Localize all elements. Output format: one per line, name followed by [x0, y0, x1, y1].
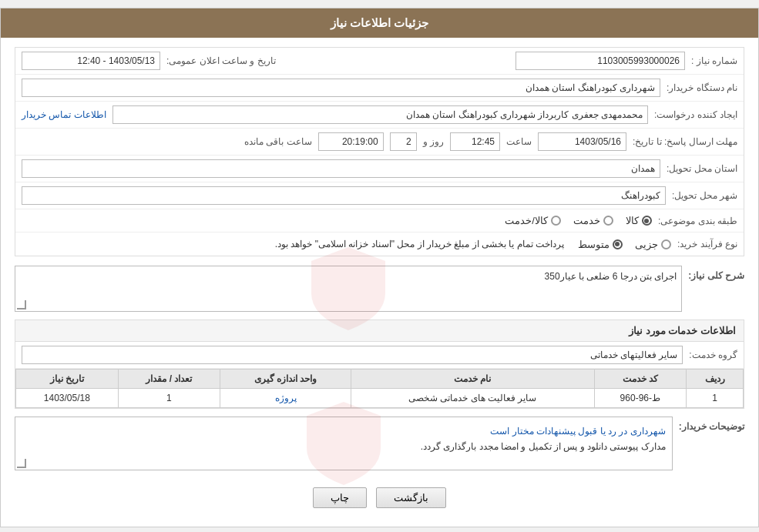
radio-kala-icon — [642, 216, 652, 226]
category-kala: کالا — [626, 215, 652, 226]
deadline-days-field: 2 — [390, 132, 417, 151]
need-desc-field: ATA اجرای بتن درجا 6 ضلعی با عیار350 — [15, 266, 682, 312]
col-row-num: ردیف — [687, 370, 744, 389]
category-label: طبقه بندی موضوعی: — [658, 216, 737, 226]
buyer-desc-label: توضیحات خریدار: — [679, 417, 744, 432]
col-need-date: تاریخ نیاز — [16, 370, 119, 389]
deadline-days-value: 2 — [406, 136, 411, 147]
service-group-value: سایر فعالیتهای خدماتی — [590, 350, 678, 360]
deadline-row: مهلت ارسال پاسخ: تا تاریخ: 1403/05/16 سا… — [15, 129, 744, 156]
creator-label: ایجاد کننده درخواست: — [654, 109, 737, 120]
announcement-label: تاریخ و ساعت اعلان عمومی: — [166, 55, 276, 66]
buyer-org-row: نام دستگاه خریدار: شهرداری کبودراهنگ است… — [15, 75, 744, 102]
deadline-remaining-label: ساعت باقی مانده — [244, 136, 312, 147]
print-button[interactable]: چاپ — [313, 487, 367, 508]
deadline-remaining-field: 20:19:00 — [318, 132, 384, 151]
deadline-time-value: 12:45 — [472, 136, 495, 147]
province-label: استان محل تحویل: — [667, 163, 737, 174]
deadline-time-field: 12:45 — [450, 132, 500, 151]
service-group-label: گروه خدمت: — [689, 350, 737, 360]
category-both: کالا/خدمت — [505, 215, 561, 226]
cell-service-name: سایر فعالیت های خدماتی شخصی — [351, 389, 595, 408]
page-title: جزئیات اطلاعات نیاز — [331, 16, 428, 29]
creator-row: ایجاد کننده درخواست: محمدمهدی جعفری کارب… — [15, 102, 744, 129]
process-description: پرداخت تمام یا بخشی از مبلغ خریدار از مح… — [275, 239, 564, 249]
city-field: کبودراهنگ — [22, 186, 666, 205]
province-field: همدان — [22, 159, 660, 178]
process-motavasset: متوسط — [578, 239, 623, 250]
main-container: جزئیات اطلاعات نیاز شماره نیاز : 1103005… — [0, 8, 759, 527]
need-desc-label: شرح کلی نیاز: — [688, 266, 744, 281]
deadline-label: مهلت ارسال پاسخ: تا تاریخ: — [633, 136, 737, 147]
services-section-title: اطلاعات خدمات مورد نیاز — [15, 320, 744, 341]
radio-jozi-icon — [661, 239, 671, 249]
need-number-field: 1103005993000026 — [516, 52, 685, 70]
back-button[interactable]: بازگشت — [376, 487, 446, 508]
deadline-date-value: 1403/05/16 — [575, 136, 621, 147]
city-label: شهر محل تحویل: — [672, 190, 737, 201]
col-service-code: کد خدمت — [594, 370, 686, 389]
radio-motavasset-icon — [613, 239, 623, 249]
cell-row-num: 1 — [687, 389, 744, 408]
city-row: شهر محل تحویل: کبودراهنگ — [15, 182, 744, 209]
service-group-row: گروه خدمت: سایر فعالیتهای خدماتی — [15, 342, 744, 369]
buyer-org-label: نام دستگاه خریدار: — [667, 82, 737, 93]
category-kala-label: کالا — [626, 215, 639, 226]
category-khedmat: خدمت — [573, 215, 613, 226]
cell-quantity: 1 — [118, 389, 220, 408]
need-number-value: 1103005993000026 — [597, 55, 680, 66]
radio-both-icon — [551, 216, 561, 226]
buyer-desc-line1: شهرداری در رد یا قبول پیشنهادات مختار اس… — [22, 423, 666, 439]
deadline-days-label: روز و — [423, 136, 444, 147]
table-header-row: ردیف کد خدمت نام خدمت واحد اندازه گیری ت… — [16, 370, 744, 389]
table-body: 1 ط-96-960 سایر فعالیت های خدماتی شخصی پ… — [16, 389, 744, 408]
deadline-remaining-value: 20:19:00 — [342, 136, 378, 147]
city-value: کبودراهنگ — [621, 190, 660, 201]
category-radio-group: کالا خدمت کالا/خدمت — [505, 215, 652, 226]
process-motavasset-label: متوسط — [578, 239, 610, 250]
buyer-org-value: شهرداری کبودراهنگ استان همدان — [526, 82, 655, 93]
cell-unit[interactable]: پروژه — [220, 389, 351, 408]
process-label: نوع فرآیند خرید: — [677, 239, 737, 249]
creator-field: محمدمهدی جعفری کاربرداز شهرداری کبودراهن… — [113, 105, 648, 124]
services-table: ردیف کد خدمت نام خدمت واحد اندازه گیری ت… — [15, 369, 744, 408]
deadline-time-label: ساعت — [506, 136, 532, 147]
process-jozi-label: جزیی — [635, 239, 658, 250]
category-both-label: کالا/خدمت — [505, 215, 548, 226]
category-khedmat-label: خدمت — [573, 215, 600, 226]
cell-service-code: ط-96-960 — [594, 389, 686, 408]
service-group-field: سایر فعالیتهای خدماتی — [22, 346, 683, 364]
buyer-desc-section: توضیحات خریدار: ATA شهرداری در رد یا قبو… — [15, 417, 744, 470]
province-value: همدان — [631, 163, 655, 174]
services-wrapper: گروه خدمت: سایر فعالیتهای خدماتی ردیف کد… — [15, 341, 744, 409]
table-header: ردیف کد خدمت نام خدمت واحد اندازه گیری ت… — [16, 370, 744, 389]
need-number-label: شماره نیاز : — [691, 55, 737, 66]
svg-text:ATA: ATA — [329, 278, 368, 301]
need-number-row: شماره نیاز : 1103005993000026 تاریخ و سا… — [15, 48, 744, 75]
main-form-section: شماره نیاز : 1103005993000026 تاریخ و سا… — [15, 47, 744, 256]
province-row: استان محل تحویل: همدان — [15, 156, 744, 182]
contact-link[interactable]: اطلاعات تماس خریدار — [22, 109, 106, 120]
creator-value: محمدمهدی جعفری کاربرداز شهرداری کبودراهن… — [406, 109, 643, 120]
announcement-value: 1403/05/13 - 12:40 — [77, 55, 155, 66]
resize-handle — [17, 300, 26, 309]
process-row: نوع فرآیند خرید: جزیی متوسط پرداخت تمام … — [15, 233, 744, 256]
buyer-org-field: شهرداری کبودراهنگ استان همدان — [22, 79, 660, 97]
buttons-row: بازگشت چاپ — [15, 478, 744, 517]
col-unit: واحد اندازه گیری — [220, 370, 351, 389]
col-service-name: نام خدمت — [351, 370, 595, 389]
table-row: 1 ط-96-960 سایر فعالیت های خدماتی شخصی پ… — [16, 389, 744, 408]
radio-khedmat-icon — [603, 216, 613, 226]
content-area: شماره نیاز : 1103005993000026 تاریخ و سا… — [1, 38, 758, 527]
resize-handle-2 — [17, 459, 26, 468]
buyer-desc-line2: مدارک پیوستی دانلود و پس از تکمیل و امضا… — [22, 439, 666, 454]
page-header: جزئیات اطلاعات نیاز — [1, 8, 758, 38]
deadline-date-field: 1403/05/16 — [538, 132, 626, 151]
process-radio-group: جزیی متوسط — [578, 239, 671, 250]
category-row: طبقه بندی موضوعی: کالا خدمت کالا/خدمت — [15, 209, 744, 233]
col-quantity: تعداد / مقدار — [118, 370, 220, 389]
need-desc-section: شرح کلی نیاز: ATA اجرای بتن درجا 6 ضلعی … — [15, 266, 744, 312]
process-jozi: جزیی — [635, 239, 671, 250]
buyer-desc-field: ATA شهرداری در رد یا قبول پیشنهادات مختا… — [15, 417, 673, 470]
need-desc-value: اجرای بتن درجا 6 ضلعی با عیار350 — [545, 271, 677, 282]
